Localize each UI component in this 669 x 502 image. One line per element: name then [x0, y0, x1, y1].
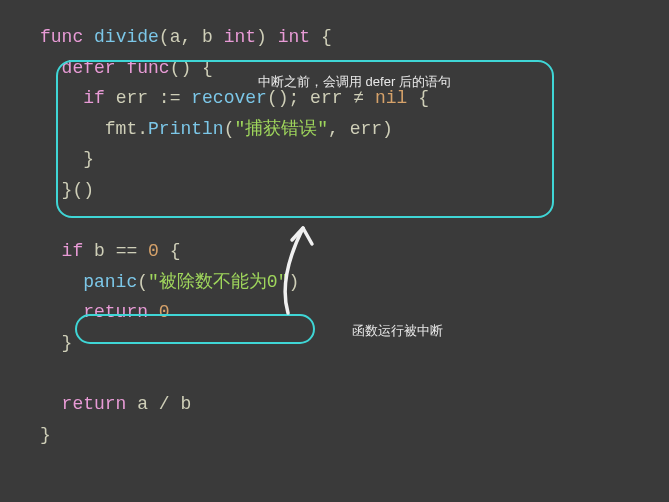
keyword-func: func: [40, 27, 83, 47]
type-int: int: [224, 27, 256, 47]
keyword-if: if: [83, 88, 105, 108]
param-b: b: [202, 27, 213, 47]
func-println: Println: [148, 119, 224, 139]
annotation-defer: 中断之前，会调用 defer 后的语句: [258, 71, 451, 93]
blank-1: [40, 206, 669, 237]
keyword-defer: defer: [62, 58, 116, 78]
keyword-func2: func: [126, 58, 169, 78]
func-panic: panic: [83, 272, 137, 292]
code-line-4: fmt.Println("捕获错误", err): [40, 114, 669, 145]
code-line-5: }: [40, 144, 669, 175]
annotation-panic: 函数运行被中断: [352, 320, 443, 342]
var-err3: err: [350, 119, 382, 139]
param-a: a: [170, 27, 181, 47]
str-catch: "捕获错误": [234, 119, 328, 139]
ret-int: int: [278, 27, 310, 47]
blank-2: [40, 359, 669, 390]
func-recover: recover: [191, 88, 267, 108]
num-zero: 0: [148, 241, 159, 261]
keyword-return2: return: [62, 394, 127, 414]
var-a: a: [137, 394, 148, 414]
keyword-return: return: [83, 302, 148, 322]
pkg-fmt: fmt: [105, 119, 137, 139]
code-line-8: panic("被除数不能为0"): [40, 267, 669, 298]
func-name: divide: [94, 27, 159, 47]
code-line-11: return a / b: [40, 389, 669, 420]
var-err: err: [116, 88, 148, 108]
code-line-7: if b == 0 {: [40, 236, 669, 267]
code-line-6: }(): [40, 175, 669, 206]
var-b2: b: [180, 394, 191, 414]
var-b: b: [94, 241, 105, 261]
num-zero2: 0: [159, 302, 170, 322]
code-line-1: func divide(a, b int) int {: [40, 22, 669, 53]
keyword-if2: if: [62, 241, 84, 261]
str-panic: "被除数不能为0": [148, 272, 288, 292]
code-line-12: }: [40, 420, 669, 451]
